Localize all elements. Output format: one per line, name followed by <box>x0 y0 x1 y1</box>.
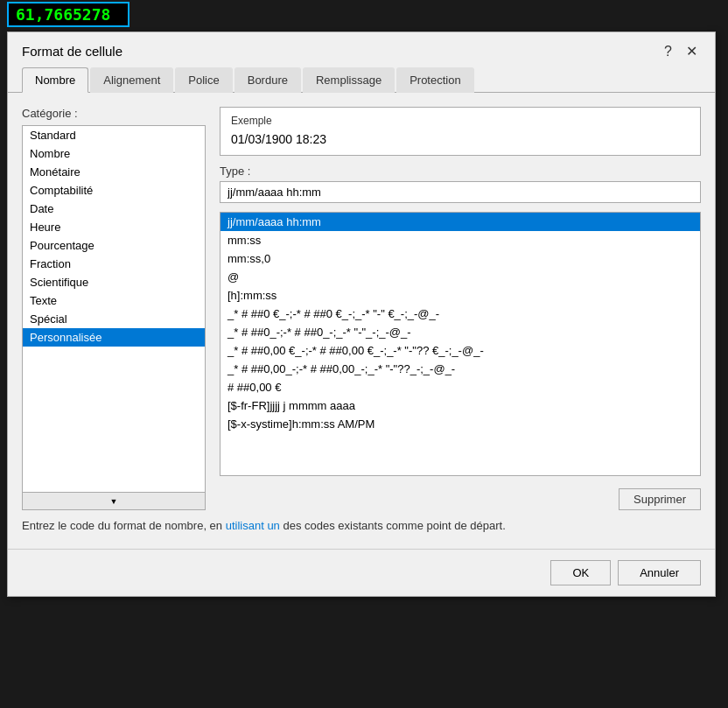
type-label: Type : <box>220 165 701 178</box>
format-list-item[interactable]: # ##0,00 € <box>220 378 700 396</box>
format-list-item[interactable]: jj/mm/aaaa hh:mm <box>220 213 700 231</box>
format-list-item[interactable]: mm:ss,0 <box>220 249 700 268</box>
cancel-button[interactable]: Annuler <box>618 560 701 585</box>
format-list-item[interactable]: _* # ##0_-;-* # ##0_-;_-* "-"_-;_-@_- <box>220 323 700 341</box>
help-button[interactable]: ? <box>661 44 676 60</box>
top-bar: 61,7665278 <box>0 0 728 28</box>
tab-alignement[interactable]: Alignement <box>90 67 173 93</box>
format-list-item[interactable]: _* # ##0,00 €_-;-* # ##0,00 €_-;_-* "-"?… <box>220 341 700 360</box>
example-value: 01/03/1900 18:23 <box>231 130 690 148</box>
format-cell-dialog: Format de cellule ? ✕ Nombre Alignement … <box>7 32 716 597</box>
format-list: jj/mm/aaaa hh:mm mm:ss mm:ss,0 @ [h]:mm:… <box>220 213 700 475</box>
info-text: Entrez le code du format de nombre, en u… <box>22 517 701 535</box>
list-item[interactable]: Comptabilité <box>23 181 205 200</box>
tab-bordure[interactable]: Bordure <box>234 67 301 93</box>
list-item[interactable]: Pourcentage <box>23 236 205 255</box>
tab-protection[interactable]: Protection <box>396 67 474 93</box>
tab-police[interactable]: Police <box>175 67 232 93</box>
content-layout: Catégorie : Standard Nombre Monétaire Co… <box>22 107 701 510</box>
dialog-footer: OK Annuler <box>8 549 715 596</box>
list-item[interactable]: Heure <box>23 218 205 236</box>
dialog-body: Catégorie : Standard Nombre Monétaire Co… <box>8 93 715 549</box>
list-item[interactable]: Spécial <box>23 310 205 328</box>
right-panel: Exemple 01/03/1900 18:23 Type : jj/mm/aa… <box>220 107 701 510</box>
info-text-highlight: utilisant un <box>226 519 280 532</box>
tab-nombre[interactable]: Nombre <box>22 67 88 93</box>
category-panel: Catégorie : Standard Nombre Monétaire Co… <box>22 107 206 510</box>
ok-button[interactable]: OK <box>550 560 611 585</box>
list-item[interactable]: Date <box>23 200 205 218</box>
category-list: Standard Nombre Monétaire Comptabilité D… <box>23 126 205 492</box>
list-item[interactable]: Monétaire <box>23 163 205 181</box>
dialog-controls: ? ✕ <box>661 43 701 60</box>
format-list-item[interactable]: _* # ##0 €_-;-* # ##0 €_-;_-* "-" €_-;_-… <box>220 305 700 323</box>
format-list-item[interactable]: [$-x-systime]h:mm:ss AM/PM <box>220 415 700 433</box>
cell-value-display: 61,7665278 <box>7 2 130 27</box>
list-item[interactable]: Scientifique <box>23 273 205 291</box>
type-input[interactable] <box>220 181 701 203</box>
list-item[interactable]: Nombre <box>23 144 205 163</box>
category-scroll-down-icon[interactable]: ▼ <box>110 497 118 506</box>
format-list-item[interactable]: [$-fr-FR]jjjj j mmmm aaaa <box>220 396 700 415</box>
format-list-container: jj/mm/aaaa hh:mm mm:ss mm:ss,0 @ [h]:mm:… <box>220 212 701 476</box>
category-label: Catégorie : <box>22 107 206 120</box>
list-item[interactable]: Standard <box>23 126 205 144</box>
supprimer-button[interactable]: Supprimer <box>619 488 701 510</box>
dialog-title: Format de cellule <box>22 44 122 59</box>
category-list-container: Standard Nombre Monétaire Comptabilité D… <box>22 125 206 510</box>
format-list-item[interactable]: mm:ss <box>220 231 700 249</box>
example-label: Exemple <box>231 115 690 127</box>
bottom-area: Supprimer <box>220 488 701 510</box>
type-section: Type : <box>220 165 701 203</box>
example-box: Exemple 01/03/1900 18:23 <box>220 107 701 156</box>
list-item[interactable]: Fraction <box>23 255 205 273</box>
format-list-item[interactable]: [h]:mm:ss <box>220 286 700 305</box>
dialog-titlebar: Format de cellule ? ✕ <box>8 32 715 67</box>
list-item-personnalisee[interactable]: Personnalisée <box>23 328 205 347</box>
format-list-item[interactable]: _* # ##0,00_-;-* # ##0,00_-;_-* "-"??_-;… <box>220 360 700 378</box>
tabs-container: Nombre Alignement Police Bordure Remplis… <box>8 67 715 93</box>
tab-remplissage[interactable]: Remplissage <box>303 67 395 93</box>
list-item[interactable]: Texte <box>23 291 205 310</box>
close-button[interactable]: ✕ <box>682 43 701 60</box>
format-list-item[interactable]: @ <box>220 268 700 286</box>
